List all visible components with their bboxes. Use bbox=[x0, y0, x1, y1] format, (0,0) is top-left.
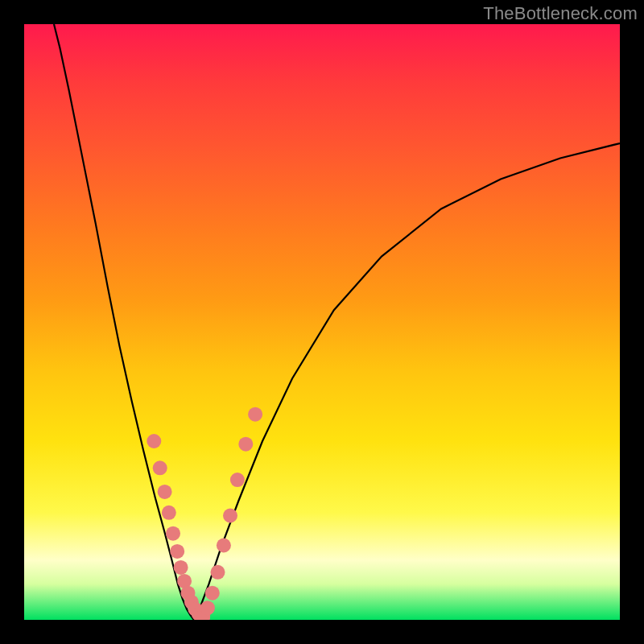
data-dot bbox=[184, 595, 199, 609]
data-dot bbox=[200, 601, 215, 615]
chart-frame: TheBottleneck.com bbox=[0, 0, 644, 644]
data-dot bbox=[230, 473, 245, 487]
scatter-dots-left bbox=[147, 434, 210, 620]
watermark-label: TheBottleneck.com bbox=[483, 3, 638, 24]
data-dot bbox=[166, 526, 180, 541]
data-dot bbox=[174, 560, 188, 575]
data-dot bbox=[158, 485, 172, 499]
data-dot bbox=[196, 609, 210, 620]
data-dot bbox=[238, 437, 253, 452]
data-dot bbox=[205, 586, 220, 601]
data-dot bbox=[248, 407, 262, 422]
data-dot bbox=[153, 460, 167, 475]
curve-right-branch bbox=[194, 143, 620, 620]
curve-left-branch bbox=[54, 24, 194, 620]
data-dot bbox=[170, 544, 184, 559]
data-dot bbox=[177, 574, 192, 588]
plot-area bbox=[24, 24, 620, 620]
data-dot bbox=[147, 434, 161, 448]
chart-svg bbox=[24, 24, 620, 620]
data-dot bbox=[223, 509, 237, 523]
data-dot bbox=[192, 607, 206, 620]
scatter-dots-right bbox=[196, 407, 262, 620]
data-dot bbox=[181, 586, 196, 601]
data-dot bbox=[188, 602, 202, 617]
data-dot bbox=[211, 565, 225, 580]
data-dot bbox=[217, 539, 231, 553]
data-dot bbox=[196, 609, 210, 620]
data-dot bbox=[162, 506, 176, 520]
